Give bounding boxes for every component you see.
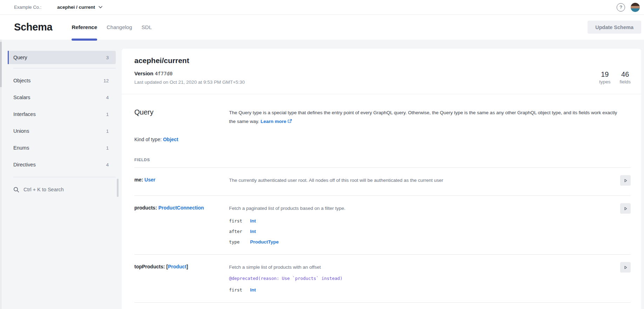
field-description: Fetch a simple list of products with an … xyxy=(229,264,619,271)
stat-fields: 46 fields xyxy=(619,70,631,85)
type-name: Query xyxy=(134,108,229,126)
schema-stats: 19 types 46 fields xyxy=(599,70,631,85)
tab-reference-label: Reference xyxy=(72,24,97,30)
page-scrollbar-thumb[interactable] xyxy=(0,42,2,87)
graph-name: acephei / current xyxy=(57,5,95,10)
topbar: Example Co.: acephei / current ? xyxy=(0,0,644,15)
fields-list: me: User The currently authenticated use… xyxy=(134,167,631,303)
arg-type-link[interactable]: Int xyxy=(250,287,619,293)
sidebar-item-scalars[interactable]: Scalars 4 xyxy=(8,89,116,106)
arg-name: type xyxy=(229,239,250,245)
schema-type-sidebar: Query 3 Objects 12 Scalars 4 Interfaces … xyxy=(8,51,116,309)
field-row-topproducts: topProducts: [Product] Fetch a simple li… xyxy=(134,255,631,303)
stat-types: 19 types xyxy=(599,70,610,85)
sidebar-item-count: 3 xyxy=(106,55,109,60)
sidebar-item-count: 1 xyxy=(106,145,109,151)
version-value: 4f77d0 xyxy=(155,71,173,76)
sidebar-item-objects[interactable]: Objects 12 xyxy=(8,72,116,89)
sidebar-item-label: Directives xyxy=(13,162,36,167)
arg-row: first Int xyxy=(229,218,619,224)
sidebar-item-label: Unions xyxy=(13,128,29,134)
search-icon xyxy=(13,187,19,193)
content-area: Query 3 Objects 12 Scalars 4 Interfaces … xyxy=(0,40,644,309)
run-in-explorer-button[interactable] xyxy=(620,262,631,273)
chevron-down-icon xyxy=(99,6,102,8)
arg-type-link[interactable]: Int xyxy=(250,229,619,234)
kind-of-type-line: Kind of type: Object xyxy=(134,137,631,142)
sidebar-item-count: 4 xyxy=(106,162,109,167)
field-row-products: products: ProductConnection Fetch a pagi… xyxy=(134,196,631,255)
field-signature: topProducts: [Product] xyxy=(134,264,229,293)
arg-row: after Int xyxy=(229,229,619,234)
search-placeholder: Ctrl + K to Search xyxy=(24,187,64,192)
sidebar-item-label: Interfaces xyxy=(13,111,36,117)
tab-sdl[interactable]: SDL xyxy=(142,15,152,40)
tab-sdl-label: SDL xyxy=(142,24,152,30)
play-icon xyxy=(623,206,628,211)
field-row-me: me: User The currently authenticated use… xyxy=(134,168,631,196)
avatar[interactable] xyxy=(631,3,640,12)
search-input[interactable]: Ctrl + K to Search xyxy=(8,181,116,198)
field-type-link[interactable]: ProductConnection xyxy=(158,205,204,211)
arg-name: first xyxy=(229,218,250,224)
field-name: topProducts: xyxy=(134,264,166,269)
arg-type-link[interactable]: ProductType xyxy=(250,239,619,245)
learn-more-link[interactable]: Learn more xyxy=(261,119,287,124)
run-in-explorer-button[interactable] xyxy=(620,203,631,214)
field-args: first Int xyxy=(229,287,619,293)
org-label: Example Co.: xyxy=(14,5,41,10)
stat-value: 46 xyxy=(619,70,631,78)
tab-changelog-label: Changelog xyxy=(107,24,132,30)
tab-reference[interactable]: Reference xyxy=(72,15,97,40)
arg-name: after xyxy=(229,229,250,234)
arg-row: type ProductType xyxy=(229,239,619,245)
last-updated: Last updated on Oct 21, 2020 at 9:53 PM … xyxy=(134,80,245,85)
sidebar-item-label: Objects xyxy=(13,78,31,83)
field-description: Fetch a paginated list of products based… xyxy=(229,205,619,212)
stat-value: 19 xyxy=(599,70,610,78)
type-header: Query The Query type is a special type t… xyxy=(134,108,631,126)
sidebar-item-unions[interactable]: Unions 1 xyxy=(8,123,116,139)
card-divider xyxy=(122,94,641,94)
sidebar-item-count: 1 xyxy=(106,112,109,117)
graph-picker-dropdown[interactable]: acephei / current xyxy=(57,5,102,10)
tab-bar: Reference Changelog SDL xyxy=(72,15,152,40)
kind-value-link[interactable]: Object xyxy=(163,137,179,142)
field-signature: me: User xyxy=(134,177,229,186)
play-icon xyxy=(623,265,628,270)
field-type-link[interactable]: Product xyxy=(168,264,187,269)
external-link-icon xyxy=(288,117,292,126)
tab-changelog[interactable]: Changelog xyxy=(107,15,132,40)
sidebar-item-label: Query xyxy=(13,55,27,60)
sidebar-item-query[interactable]: Query 3 xyxy=(8,51,116,64)
field-name: me: xyxy=(134,177,145,183)
sidebar-item-label: Enums xyxy=(13,145,29,151)
graph-title: acephei/current xyxy=(134,56,631,65)
page-title: Schema xyxy=(14,21,52,33)
sidebar-divider xyxy=(13,177,116,177)
play-icon xyxy=(623,178,628,183)
field-args: first Int after Int type ProductType xyxy=(229,218,619,245)
arg-type-link[interactable]: Int xyxy=(250,218,619,224)
page-scrollbar[interactable] xyxy=(0,40,2,309)
field-type-link[interactable]: User xyxy=(145,177,155,183)
arg-row: first Int xyxy=(229,287,619,293)
sidebar-item-count: 12 xyxy=(103,78,109,83)
type-description: The Query type is a special type that de… xyxy=(229,108,619,126)
stat-label: fields xyxy=(619,79,631,84)
sidebar-item-enums[interactable]: Enums 1 xyxy=(8,139,116,156)
sidebar-item-interfaces[interactable]: Interfaces 1 xyxy=(8,106,116,123)
field-description: The currently authenticated user root. A… xyxy=(229,177,619,184)
stat-label: types xyxy=(599,79,610,84)
sidebar-item-directives[interactable]: Directives 4 xyxy=(8,156,116,173)
arg-name: first xyxy=(229,287,250,293)
sidebar-item-count: 1 xyxy=(106,129,109,134)
help-icon[interactable]: ? xyxy=(617,3,625,12)
page-header: Schema Reference Changelog SDL Update Sc… xyxy=(0,15,644,40)
update-schema-button[interactable]: Update Schema xyxy=(588,21,641,34)
sidebar-scrollbar-thumb[interactable] xyxy=(117,179,119,197)
deprecated-annotation: @deprecated(reason: Use `products` inste… xyxy=(229,276,619,281)
version-block: Version 4f77d0 Last updated on Oct 21, 2… xyxy=(134,70,245,85)
run-in-explorer-button[interactable] xyxy=(620,175,631,186)
fields-section-label: FIELDS xyxy=(134,158,631,162)
